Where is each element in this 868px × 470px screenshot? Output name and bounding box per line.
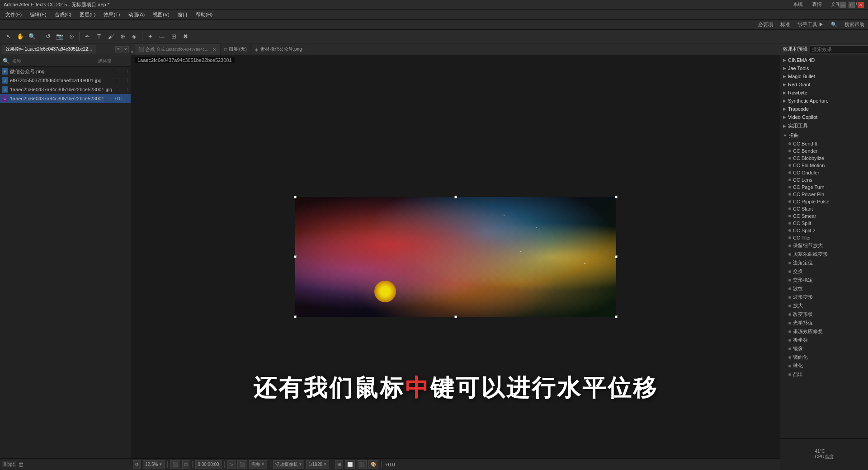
menu-help[interactable]: 帮助(H) [192,10,216,19]
effect-item[interactable]: CC Griddler [780,169,868,176]
zoom-input[interactable]: 12.5% ▼ [143,460,165,469]
hand-tool[interactable]: ✋ [15,32,25,42]
effect-item[interactable]: CC Tiler [780,234,868,241]
eraser-tool[interactable]: ◈ [129,32,139,42]
list-item[interactable]: J ef972fc55037f3ff8f60bfaaeffca14e001.jp… [0,76,131,85]
effect-item[interactable]: CC Power Pin [780,191,868,198]
effect-cat-trapcode[interactable]: ▶ Trapcode [780,105,868,113]
menu-composition[interactable]: 合成(C) [51,10,75,19]
pen-tool[interactable]: ✒ [82,32,92,42]
list-item[interactable]: C 1aaec2fc6e0437a94c3051be22bce523001 ☑ … [0,94,131,103]
quality-btn[interactable]: ⬛ [170,460,180,469]
effect-item[interactable]: 交换 [780,267,868,276]
effect-item[interactable]: CC Flo Motion [780,162,868,169]
resolution-btn[interactable]: □ [182,460,189,469]
menu-view[interactable]: 视图(V) [149,10,173,19]
effect-item[interactable]: CC Page Turn [780,183,868,191]
brush-tool[interactable]: 🖌 [106,32,116,42]
menu-window[interactable]: 窗口 [174,10,191,19]
effect-item[interactable]: CC Bender [780,147,868,155]
text-tool[interactable]: T [94,32,104,42]
puppet-tool[interactable]: ✦ [145,32,155,42]
tab-layer[interactable]: □ 图层 (无) [221,44,251,55]
effect-cat-cinema4d[interactable]: ▶ CINEMA 4D [780,56,868,64]
handle-bottom-left[interactable] [294,315,297,318]
handle-top-center[interactable] [454,196,457,198]
menu-edit[interactable]: 编辑(E) [26,10,50,19]
minimize-button[interactable]: — [839,1,846,9]
effect-item[interactable]: CC Split [780,220,868,227]
effect-cat-magic[interactable]: ▶ Magic Bullet [780,72,868,80]
timecode-display[interactable]: 0:00:00:00 [195,460,221,469]
handle-bottom-center[interactable] [454,315,457,318]
channel-btn[interactable]: 🎨 [368,460,378,469]
stamp-tool[interactable]: ⊕ [118,32,127,42]
tab-composition[interactable]: ⬛ 合成 合成 1aaec2fc6e0437a94c3051be22bce523… [135,44,220,55]
handle-top-right[interactable] [615,196,618,198]
effects-search-input[interactable] [810,45,868,53]
effect-item[interactable]: 极坐标 [780,336,868,344]
menu-animation[interactable]: 动画(A) [125,10,149,19]
panel-menu-btn[interactable]: ≡ [115,46,122,52]
shape-tool[interactable]: ▭ [157,32,167,42]
tab-footage[interactable]: ◈ 素材 微信公众号.png [251,44,306,55]
tab-close-btn[interactable]: ✕ [212,47,216,52]
effect-cat-videocopilot[interactable]: ▶ Video Copilot [780,113,868,121]
effect-cat-jae[interactable]: ▶ Jae Tools [780,64,868,72]
effect-item[interactable]: 凸出 [780,370,868,379]
effect-item[interactable]: CC Lens [780,176,868,183]
rotate-tool[interactable]: ↺ [43,32,53,42]
effect-item[interactable]: 球化 [780,362,868,370]
effect-item[interactable]: 镜像 [780,344,868,353]
select-tool[interactable]: ↖ [4,32,14,42]
alpha-btn[interactable]: ⬛ [357,460,367,469]
render-status-btn[interactable]: 完整 ▼ [249,460,267,469]
workspace-standard[interactable]: 标准 [780,21,790,28]
effect-item[interactable]: CC Ripple Pulse [780,198,868,205]
effect-item[interactable]: 放大 [780,301,868,310]
maximize-button[interactable]: □ [848,1,855,9]
effect-cat-utility[interactable]: ▶ 实用工具 [780,121,868,131]
panel-close-btn[interactable]: ✕ [123,46,129,52]
reset-btn[interactable]: ⟳ [133,460,141,469]
effect-item[interactable]: CC Split 2 [780,227,868,234]
effect-item[interactable]: 保留细节放大 [780,241,868,250]
handle-mid-right[interactable] [615,255,618,258]
effects-tab[interactable]: 效果控件 1aaec2fc6e0437a94c3051be22... [2,45,96,54]
effect-item[interactable]: CC Smear [780,212,868,220]
effect-item[interactable]: 贝塞尔曲线变形 [780,250,868,258]
bit-depth-label[interactable]: 8 bpc [2,461,16,467]
camera-btn[interactable]: 活动摄像机 ▼ [273,460,305,469]
align-tool[interactable]: ⊞ [169,32,179,42]
effect-item[interactable]: CC Blobbylize [780,155,868,162]
camera-tool[interactable]: 📷 [55,32,65,42]
menu-file[interactable]: 文件(F) [2,10,25,19]
delete-icon[interactable]: 🗑 [18,461,24,468]
close-button[interactable]: ✕ [857,1,864,9]
list-item[interactable]: P 微信公众号.png ☐ ☐ [0,67,131,76]
zoom-tool[interactable]: 🔍 [27,32,37,42]
handle-bottom-right[interactable] [615,315,618,318]
effect-cat-redgiant[interactable]: ▶ Red Giant [780,80,868,89]
menu-system[interactable]: 系统 [788,1,807,8]
effect-item[interactable]: 波形变形 [780,293,868,301]
menu-emoji[interactable]: 表情 [807,1,826,8]
effect-item[interactable]: CC Bend It [780,140,868,147]
handle-mid-left[interactable] [294,255,297,258]
effect-item[interactable]: 镜面化 [780,353,868,362]
list-item[interactable]: J 1aaec2fc6e0437a94c3051be22bce523001.jp… [0,85,131,94]
workspace-essential[interactable]: 必要项 [758,21,773,28]
playback-btn[interactable]: ▷ [227,460,236,469]
overlay-btn[interactable]: ⬜ [345,460,355,469]
handle-top-left[interactable] [294,196,297,198]
stop-btn[interactable]: ⬛ [237,460,247,469]
menu-effects[interactable]: 效果(T) [100,10,123,19]
effect-item[interactable]: CC Slant [780,205,868,212]
effect-item[interactable]: 边角定位 [780,258,868,267]
effect-item[interactable]: 交形稳定 [780,276,868,284]
effect-item[interactable]: 果冻效应修复 [780,327,868,336]
viewer-area[interactable]: 1aaec2fc6e0437a94c3051be22bce523001 [131,55,780,458]
orbit-tool[interactable]: ⊙ [66,32,76,42]
effect-item[interactable]: 改变形状 [780,310,868,319]
effect-cat-synthetic[interactable]: ▶ Synthetic Aperture [780,97,868,105]
